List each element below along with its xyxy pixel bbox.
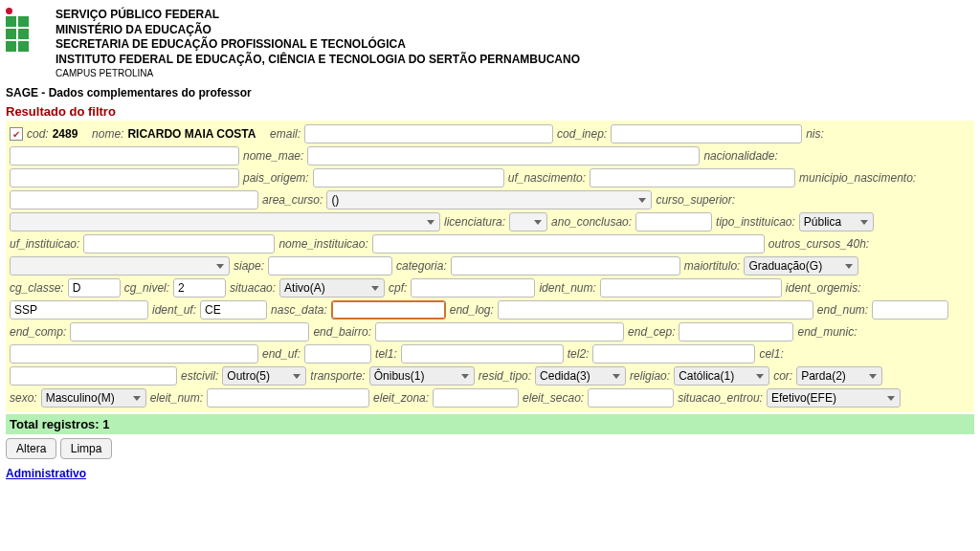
end-munic-field[interactable] [10,344,258,364]
eleit-num-label: eleit_num: [150,391,203,405]
nome-mae-field[interactable] [307,146,700,165]
tel2-label: tel2: [568,347,590,361]
resid-tipo-label: resid_tipo: [479,369,531,383]
eleit-secao-label: eleit_secao: [523,391,584,405]
header-line5: CAMPUS PETROLINA [56,67,580,79]
nome-value: RICARDO MAIA COSTA [127,127,256,141]
cor-label: cor: [773,369,792,383]
ident-num-label: ident_num: [539,281,595,295]
totals-bar: Total registros: 1 [6,414,974,434]
institution-header: SERVIÇO PÚBLICO FEDERAL MINISTÉRIO DA ED… [6,4,974,83]
eleit-zona-label: eleit_zona: [373,391,429,405]
nome-instituicao-field[interactable] [372,234,765,253]
eleit-secao-field[interactable] [588,388,674,408]
sexo-select[interactable]: Masculino(M) [41,388,146,408]
situacao-entrou-select[interactable]: Efetivo(EFE) [767,388,901,408]
licenciatura-label: licenciatura: [444,215,505,229]
administrativo-link[interactable]: Administrativo [6,463,86,484]
categoria-field[interactable] [451,256,680,276]
cod-inep-label: cod_inep: [557,127,607,141]
estcivil-select[interactable]: Outro(5) [222,366,306,386]
municipio-nascimento-field[interactable] [10,190,258,209]
end-log-field[interactable] [498,300,813,320]
tel1-label: tel1: [375,347,397,361]
ident-num-field[interactable] [600,278,782,298]
cor-select[interactable]: Parda(2) [796,366,882,386]
if-logo [6,8,44,57]
nis-label: nis: [806,127,824,141]
uf-nascimento-label: uf_nascimento: [508,171,586,185]
municipio-nascimento-label: municipio_nascimento: [799,171,916,185]
area-curso-select[interactable]: () [326,190,652,209]
licenciatura-select[interactable] [509,212,547,231]
nacionalidade-field[interactable] [10,168,239,187]
situacao-label: situacao: [230,281,276,295]
eleit-zona-field[interactable] [433,388,519,408]
siape-field[interactable] [268,256,392,276]
limpa-button[interactable]: Limpa [60,438,113,459]
cg-nivel-field[interactable] [173,278,226,298]
cel1-label: cel1: [759,347,783,361]
ident-orgemis-field[interactable] [10,300,148,320]
curso-superior-select[interactable] [10,212,440,231]
cod-label: cod: [27,127,49,141]
curso-superior-label: curso_superior: [656,193,735,207]
end-uf-field[interactable] [304,344,371,364]
header-line1: SERVIÇO PÚBLICO FEDERAL [56,8,580,23]
area-curso-label: area_curso: [262,193,323,207]
end-log-label: end_log: [450,303,494,317]
ano-conclusao-field[interactable] [635,212,712,231]
cg-classe-label: cg_classe: [10,281,64,295]
nasc-data-field[interactable] [331,300,446,320]
end-cep-label: end_cep: [628,325,675,339]
tel2-field[interactable] [592,344,755,364]
tel1-field[interactable] [401,344,564,364]
pais-origem-label: pais_origem: [243,171,309,185]
end-cep-field[interactable] [679,322,793,342]
resid-tipo-select[interactable]: Cedida(3) [535,366,626,386]
cel1-field[interactable] [10,366,177,386]
email-field[interactable] [304,124,553,143]
uf-instituicao-label: uf_instituicao: [10,237,79,251]
end-comp-field[interactable] [70,322,309,342]
page-title: SAGE - Dados complementares do professor [6,83,974,102]
end-munic-label: end_munic: [797,325,857,339]
header-line3: SECRETARIA DE EDUCAÇÃO PROFISSIONAL E TE… [56,37,580,53]
categoria-label: categoria: [396,259,447,273]
uf-nascimento-field[interactable] [590,168,795,187]
maiortitulo-select[interactable]: Graduação(G) [744,256,858,276]
altera-button[interactable]: Altera [6,438,56,459]
nacionalidade-label: nacionalidade: [703,149,777,163]
nome-mae-label: nome_mae: [243,149,303,163]
maiortitulo-label: maiortitulo: [684,259,741,273]
sexo-label: sexo: [10,391,37,405]
ident-uf-label: ident_uf: [152,303,196,317]
uf-instituicao-field[interactable] [83,234,275,253]
siape-label: siape: [234,259,264,273]
outros-cursos-40h-select[interactable] [10,256,230,276]
religiao-select[interactable]: Católica(1) [674,366,769,386]
cpf-field[interactable] [411,278,535,298]
pais-origem-field[interactable] [313,168,504,187]
outros-cursos-40h-label: outros_cursos_40h: [768,237,869,251]
cg-nivel-label: cg_nivel: [124,281,169,295]
cpf-label: cpf: [389,281,407,295]
cg-classe-field[interactable] [68,278,121,298]
end-num-label: end_num: [817,303,868,317]
row-checkbox[interactable]: ✔ [10,127,23,141]
ident-orgemis-label: ident_orgemis: [786,281,861,295]
end-num-field[interactable] [872,300,948,320]
filter-title: Resultado do filtro [6,102,974,121]
nis-field[interactable] [10,146,239,165]
tipo-instituicao-select[interactable]: Pública [799,212,874,231]
cod-inep-field[interactable] [611,124,802,143]
tipo-instituicao-label: tipo_instituicao: [716,215,795,229]
cod-value: 2489 [53,127,78,141]
situacao-select[interactable]: Ativo(A) [279,278,385,298]
professor-form: ✔ cod: 2489 nome: RICARDO MAIA COSTA ema… [6,121,974,412]
transporte-select[interactable]: Ônibus(1) [369,366,475,386]
end-bairro-field[interactable] [375,322,624,342]
ident-uf-field[interactable] [200,300,267,320]
eleit-num-field[interactable] [207,388,369,408]
nome-label: nome: [92,127,123,141]
